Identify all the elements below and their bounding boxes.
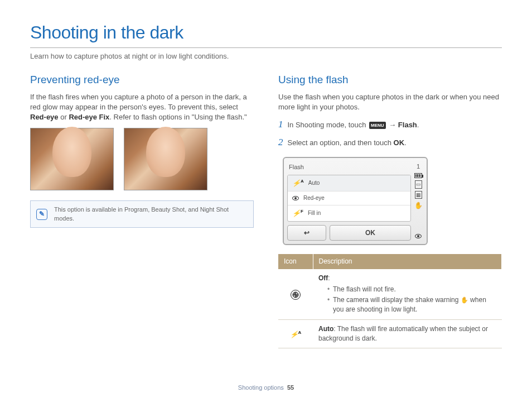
icon-cell: ⚡A <box>278 320 313 348</box>
step-number: 2 <box>278 136 283 149</box>
step-1: 1 In Shooting mode, touch MENU → Flash. <box>278 118 502 131</box>
cam-item-label: Auto <box>308 179 320 187</box>
icon-cell <box>278 269 313 320</box>
flash-auto-icon: ⚡A <box>292 178 304 188</box>
desc-cell: Off: The flash will not fire. The camera… <box>313 269 502 320</box>
example-photos <box>30 128 254 190</box>
note-box: ✎ This option is available in Program, B… <box>30 200 254 228</box>
text: . <box>404 138 407 147</box>
eye-icon <box>292 196 299 200</box>
content-columns: Preventing red-eye If the flash fires wh… <box>30 73 502 348</box>
photo-before <box>30 128 114 190</box>
text: The camera will display the shake warnin… <box>333 296 461 304</box>
text: . <box>417 121 419 129</box>
flash-fill-icon: ⚡F <box>292 208 303 218</box>
cam-item-label: Fill in <box>308 209 321 217</box>
flash-paragraph: Use the flash when you capture photos in… <box>278 92 502 112</box>
menu-icon: MENU <box>369 122 386 129</box>
col-right: Using the flash Use the flash when you c… <box>278 73 502 348</box>
text: . Refer to flash options in "Using the f… <box>109 113 246 121</box>
step-text: Select an option, and then touch OK. <box>288 138 407 148</box>
flash-auto-icon: ⚡A <box>290 331 302 338</box>
col-left: Preventing red-eye If the flash fires wh… <box>30 73 254 348</box>
footer-section: Shooting options <box>238 384 284 391</box>
row-title: Off <box>318 274 328 282</box>
text: Select an option, and then touch <box>288 138 394 147</box>
cam-option-list: ⚡A Auto Red-eye ⚡F Fill in <box>287 175 411 222</box>
text: or <box>59 113 69 121</box>
cam-item-redeye[interactable]: Red-eye <box>288 192 410 205</box>
cam-title: Flash <box>287 161 411 175</box>
flash-off-icon <box>291 290 301 300</box>
ois-icon: ✋ <box>414 201 423 210</box>
cam-count: 1 <box>417 162 420 171</box>
note-icon: ✎ <box>36 209 47 220</box>
step-2: 2 Select an option, and then touch OK. <box>278 136 502 149</box>
arrow: → <box>387 121 398 129</box>
redeye-paragraph: If the flash fires when you capture a ph… <box>30 92 254 123</box>
cam-item-label: Red-eye <box>303 194 325 202</box>
table-row: ⚡A Auto: The flash will fire automatical… <box>278 320 502 348</box>
th-desc: Description <box>313 254 502 269</box>
camera-ui: Flash ⚡A Auto Red-eye ⚡F Fill in <box>283 157 428 246</box>
quality-icon: ▦ <box>415 191 422 199</box>
steps: 1 In Shooting mode, touch MENU → Flash. … <box>278 118 502 149</box>
bullet: The camera will display the shake warnin… <box>327 295 496 314</box>
cam-side-icons: 1 ▭ ▦ ✋ <box>411 161 423 241</box>
th-icon: Icon <box>278 254 313 269</box>
cam-footer: ↩ OK <box>287 225 411 241</box>
desc-cell: Auto: The flash will fire automatically … <box>313 320 502 348</box>
ok-label: OK <box>394 138 405 147</box>
photo-after <box>124 128 207 190</box>
size-icon: ▭ <box>415 180 422 189</box>
heading-redeye: Preventing red-eye <box>30 73 254 88</box>
row-title: Auto <box>318 325 333 333</box>
text: If the flash fires when you capture a ph… <box>30 93 247 111</box>
page-intro: Learn how to capture photos at night or … <box>30 51 502 61</box>
cam-ok-button[interactable]: OK <box>330 225 411 241</box>
bold-redeyefix: Red-eye Fix <box>69 113 109 121</box>
bullet: The flash will not fire. <box>327 285 496 294</box>
text: : The flash will fire automatically when… <box>318 325 488 342</box>
eye-icon <box>415 234 422 238</box>
heading-flash: Using the flash <box>278 73 502 88</box>
table-row: Off: The flash will not fire. The camera… <box>278 269 502 320</box>
page-title: Shooting in the dark <box>30 20 502 48</box>
battery-icon <box>414 173 422 178</box>
flash-options-table: Icon Description Off: The flash will not… <box>278 254 502 348</box>
bold-redeye: Red-eye <box>30 113 59 121</box>
step-text: In Shooting mode, touch MENU → Flash. <box>288 120 419 130</box>
cam-item-auto[interactable]: ⚡A Auto <box>288 175 410 192</box>
step-number: 1 <box>278 118 283 131</box>
text: In Shooting mode, touch <box>288 121 369 129</box>
note-text: This option is available in Program, Bea… <box>54 205 248 223</box>
cam-back-button[interactable]: ↩ <box>287 225 326 241</box>
page-footer: Shooting options 55 <box>0 384 532 392</box>
footer-page: 55 <box>287 384 294 391</box>
shake-warning-icon: ✋ <box>461 296 468 304</box>
bold-flash: Flash <box>398 121 417 129</box>
cam-item-fillin[interactable]: ⚡F Fill in <box>288 205 410 221</box>
